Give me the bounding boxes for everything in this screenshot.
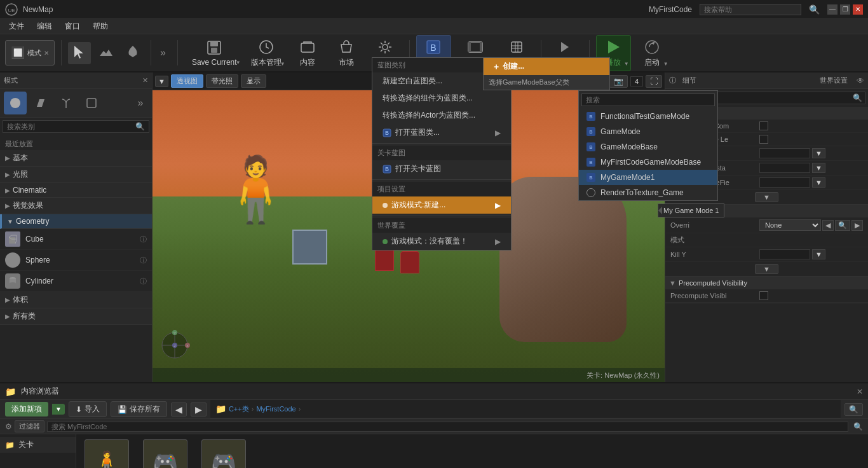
close-button[interactable]: ✕ bbox=[853, 4, 863, 15]
expand-icon[interactable]: » bbox=[158, 45, 168, 61]
content-filter-input[interactable] bbox=[47, 422, 848, 432]
global-dist-input[interactable]: 20000.0 bbox=[759, 177, 810, 188]
filter-button[interactable]: 过滤器 bbox=[15, 420, 44, 432]
expand-gamemode-btn[interactable]: ▼ bbox=[755, 264, 778, 274]
version-button[interactable]: 版本管理 ▼ bbox=[246, 36, 287, 71]
restore-button[interactable]: ❐ bbox=[840, 4, 850, 15]
class-search-input[interactable] bbox=[7, 123, 135, 130]
gm-item-3[interactable]: B MyFirstCodeGameModeBase bbox=[579, 155, 717, 170]
content-item-0[interactable]: 🧍 MyFirst bbox=[81, 439, 132, 468]
nav-forward-btn[interactable]: ▶ bbox=[191, 403, 207, 416]
mode-geometry[interactable] bbox=[80, 92, 103, 114]
content-search-icon[interactable]: 🔍 bbox=[844, 403, 863, 416]
breadcrumb-cpp[interactable]: C++类 bbox=[229, 404, 249, 414]
market-button[interactable]: 市场 bbox=[329, 36, 364, 71]
precompute-checkbox[interactable] bbox=[759, 291, 768, 300]
expand-world-btn[interactable]: ▼ bbox=[755, 192, 778, 202]
import-button[interactable]: ⬇ 导入 bbox=[69, 401, 107, 417]
killy-input[interactable]: 0.0 bbox=[759, 249, 810, 259]
app-logo: UE bbox=[5, 3, 18, 16]
landscape-tool[interactable] bbox=[95, 42, 118, 64]
launch-button[interactable]: 启动 ▼ bbox=[635, 36, 670, 71]
svg-rect-4 bbox=[211, 48, 217, 53]
actor-item-sphere[interactable]: Sphere ⓘ bbox=[0, 250, 152, 271]
killz-input[interactable]: -1048575.0 bbox=[759, 148, 810, 158]
volume-category[interactable]: ▶ 体积 bbox=[0, 292, 152, 308]
breadcrumb-myfirstcode[interactable]: MyFirstCode bbox=[256, 405, 295, 413]
save-current-button[interactable]: Save Current ▼ bbox=[187, 36, 242, 69]
all-category[interactable]: ▶ 所有类 bbox=[0, 308, 152, 325]
nav-back-btn[interactable]: ◀ bbox=[171, 403, 187, 416]
help-search-input[interactable] bbox=[700, 4, 801, 15]
enable-world-checkbox[interactable] bbox=[759, 121, 768, 130]
content-button[interactable]: 内容 bbox=[290, 36, 325, 71]
gm-item-2[interactable]: B GameModeBase bbox=[579, 139, 717, 155]
geometry-category[interactable]: ▼ Geometry bbox=[0, 214, 152, 229]
mode-foliage[interactable] bbox=[55, 92, 78, 114]
visual-category[interactable]: ▶ 视觉效果 bbox=[0, 198, 152, 214]
add-dropdown-arrow[interactable]: ▼ bbox=[52, 404, 65, 415]
search-icon: 🔍 bbox=[809, 4, 820, 15]
gm-item-4[interactable]: B MyGameMode1 bbox=[579, 170, 717, 185]
menu-item-window[interactable]: 窗口 bbox=[58, 20, 86, 33]
gamemode-search-input[interactable] bbox=[581, 93, 715, 106]
open-blueprint[interactable]: B 打开蓝图类... ▶ bbox=[372, 124, 511, 141]
minimize-button[interactable]: — bbox=[827, 4, 837, 15]
basic-category[interactable]: ▶ 基本 bbox=[0, 150, 152, 167]
camera-icon[interactable]: 📷 bbox=[609, 75, 628, 88]
gm-item-0[interactable]: B FunctionalTestGameMode bbox=[579, 109, 717, 124]
content-item-1[interactable]: 🎮 M-Gra... bbox=[140, 439, 191, 468]
gm-item-1[interactable]: B GameMode bbox=[579, 124, 717, 139]
create-new-btn[interactable]: + 创建... bbox=[484, 58, 609, 75]
vp-fullscreen-btn[interactable]: ⛶ bbox=[646, 75, 662, 88]
max-dist-dropdown-btn[interactable]: ▼ bbox=[812, 163, 825, 173]
level-section[interactable]: 📁 关卡 bbox=[0, 437, 76, 453]
precomputed-section-header[interactable]: ▼ Precomputed Visibility bbox=[665, 277, 868, 289]
eye-icon[interactable]: 👁 bbox=[857, 76, 864, 85]
no-override-item[interactable]: 游戏模式：没有覆盖！ ▶ bbox=[372, 233, 511, 250]
expand-modes[interactable]: » bbox=[133, 92, 148, 114]
override-dropdown[interactable]: None bbox=[759, 219, 821, 231]
modes-panel-toggle[interactable]: 🔲 模式 ✕ bbox=[5, 40, 55, 65]
modes-panel-close[interactable]: ✕ bbox=[142, 76, 148, 85]
max-dist-input[interactable]: 600.0 bbox=[759, 163, 810, 173]
open-card-blueprint[interactable]: B 打开关卡蓝图 bbox=[372, 160, 511, 177]
global-dist-dropdown-btn[interactable]: ▼ bbox=[812, 177, 825, 188]
show-btn[interactable]: 显示 bbox=[241, 74, 266, 88]
killy-dropdown-btn[interactable]: ▼ bbox=[812, 249, 825, 259]
menu-item-file[interactable]: 文件 bbox=[3, 20, 31, 33]
override-prev-btn[interactable]: ◀ bbox=[822, 220, 834, 231]
cylinder-info[interactable]: ⓘ bbox=[140, 277, 147, 286]
foliage-tool[interactable] bbox=[121, 42, 144, 64]
convert-to-blueprint-comp[interactable]: 转换选择的组件为蓝图类... bbox=[372, 90, 511, 107]
cube-info[interactable]: ⓘ bbox=[140, 235, 147, 244]
gamemode-new-item[interactable]: 游戏模式:新建... ▶ bbox=[372, 196, 511, 214]
perspective-btn[interactable]: 透视图 bbox=[171, 74, 203, 88]
photo-category[interactable]: ▶ 光照 bbox=[0, 167, 152, 183]
content-item-2[interactable]: 🎮 ... bbox=[198, 439, 249, 468]
lit-btn[interactable]: 带光照 bbox=[206, 74, 238, 88]
vp-dropdown-btn[interactable]: ▼ bbox=[155, 76, 168, 87]
actor-item-cylinder[interactable]: Cylinder ⓘ bbox=[0, 271, 152, 292]
add-new-button[interactable]: 添加新项 bbox=[5, 402, 48, 416]
content-browser-close[interactable]: ✕ bbox=[857, 387, 863, 396]
gm-item-5[interactable]: RenderToTexture_Game bbox=[579, 185, 717, 200]
mode-paint[interactable] bbox=[29, 92, 52, 114]
mode-place[interactable] bbox=[4, 92, 27, 114]
save-all-button[interactable]: 💾 保存所有 bbox=[111, 401, 167, 417]
override-next-btn[interactable]: ▶ bbox=[851, 220, 863, 231]
sphere-info[interactable]: ⓘ bbox=[140, 256, 147, 265]
actor-item-cube[interactable]: Cube ⓘ bbox=[0, 229, 152, 250]
dropdown-arrow-save: ▼ bbox=[236, 60, 241, 65]
svg-point-7 bbox=[383, 45, 388, 50]
world-settings-label: 世界设置 bbox=[820, 76, 848, 85]
killz-dropdown-btn[interactable]: ▼ bbox=[812, 148, 825, 158]
convert-actor-to-blueprint[interactable]: 转换选择的Actor为蓝图类... bbox=[372, 107, 511, 124]
menu-item-help[interactable]: 帮助 bbox=[86, 20, 114, 33]
cursor-tool[interactable] bbox=[68, 42, 91, 64]
override-search-btn[interactable]: 🔍 bbox=[835, 220, 850, 231]
menu-item-edit[interactable]: 编辑 bbox=[31, 20, 58, 33]
client-side-checkbox[interactable] bbox=[759, 135, 768, 144]
cinematic-category[interactable]: ▶ Cinematic bbox=[0, 183, 152, 198]
detail-tab[interactable]: ⓘ bbox=[669, 76, 676, 85]
